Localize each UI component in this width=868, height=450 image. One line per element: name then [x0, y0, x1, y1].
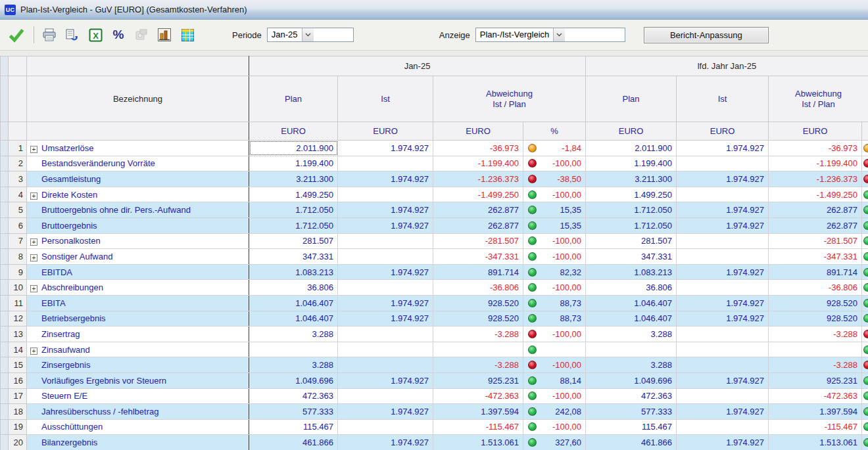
- abweichung-percent-cell[interactable]: 15,35: [523, 202, 586, 218]
- abweichung-percent-cell[interactable]: [523, 342, 586, 357]
- plan-ytd-value-cell[interactable]: 1.499.250: [586, 187, 677, 202]
- ist-ytd-value-cell[interactable]: [677, 419, 769, 435]
- row-margin[interactable]: [1, 217, 9, 233]
- abweichung-ytd-value-cell[interactable]: -1.199.400: [769, 156, 862, 171]
- column-header-abweichung[interactable]: Abweichung Ist / Plan: [433, 76, 586, 122]
- abweichung-ytd-value-cell[interactable]: 262.877: [769, 202, 862, 218]
- row-number[interactable]: 8: [9, 249, 27, 265]
- ist-ytd-value-cell[interactable]: [677, 249, 769, 265]
- export-transfer-icon[interactable]: [64, 26, 81, 43]
- plan-ytd-value-cell[interactable]: 281.507: [586, 233, 677, 249]
- abweichung-ytd-value-cell[interactable]: 1.397.594: [769, 404, 862, 420]
- abweichung-ytd-value-cell[interactable]: 1.513.061: [769, 435, 862, 450]
- abweichung-percent-cell[interactable]: 15,35: [523, 217, 586, 233]
- chart-view-icon[interactable]: [156, 26, 173, 43]
- plan-ytd-value-cell[interactable]: 1.199.400: [586, 156, 677, 171]
- plan-value-cell[interactable]: [249, 342, 338, 357]
- row-label-cell[interactable]: +EBITDA: [27, 264, 249, 280]
- ist-ytd-value-cell[interactable]: 1.974.927: [677, 295, 769, 311]
- bericht-anpassung-button[interactable]: Bericht-Anpassung: [644, 27, 769, 43]
- plan-value-cell[interactable]: 1.083.213: [249, 264, 338, 280]
- abweichung-value-cell[interactable]: -1.499.250: [433, 187, 523, 202]
- plan-ytd-value-cell[interactable]: 577.333: [586, 404, 677, 420]
- excel-export-icon[interactable]: X: [87, 26, 104, 43]
- abweichung-value-cell[interactable]: [433, 342, 523, 357]
- row-label-cell[interactable]: +Vorläufiges Ergebnis vor Steuern: [27, 372, 249, 388]
- ist-ytd-value-cell[interactable]: [677, 156, 769, 171]
- abweichung-percent-cell[interactable]: 88,73: [523, 295, 586, 311]
- plan-value-cell[interactable]: 3.211.300: [249, 171, 338, 187]
- row-margin[interactable]: [1, 280, 9, 296]
- ist-ytd-value-cell[interactable]: 1.974.927: [677, 141, 769, 156]
- ist-ytd-value-cell[interactable]: [677, 280, 769, 296]
- row-margin[interactable]: [1, 388, 9, 404]
- row-number[interactable]: 1: [9, 141, 27, 156]
- plan-ytd-value-cell[interactable]: 1.046.407: [586, 295, 677, 311]
- abweichung-value-cell[interactable]: 1.513.061: [433, 435, 523, 450]
- row-margin[interactable]: [1, 419, 9, 435]
- abweichung-ytd-value-cell[interactable]: -36.973: [769, 141, 862, 156]
- row-margin[interactable]: [1, 435, 9, 450]
- ist-value-cell[interactable]: 1.974.927: [338, 295, 433, 311]
- ist-value-cell[interactable]: [338, 249, 433, 265]
- plan-ytd-value-cell[interactable]: 2.011.900: [586, 141, 677, 156]
- plan-ytd-value-cell[interactable]: 3.211.300: [586, 171, 677, 187]
- ist-ytd-value-cell[interactable]: 1.974.927: [677, 404, 769, 420]
- ist-ytd-value-cell[interactable]: 1.974.927: [677, 372, 769, 388]
- row-margin[interactable]: [1, 187, 9, 202]
- chevron-down-icon[interactable]: [302, 28, 314, 41]
- plan-ytd-value-cell[interactable]: 472.363: [586, 388, 677, 404]
- plan-value-cell[interactable]: 1.046.407: [249, 295, 338, 311]
- abweichung-value-cell[interactable]: 925.231: [433, 372, 523, 388]
- row-margin[interactable]: [1, 202, 9, 218]
- row-number[interactable]: 17: [9, 388, 27, 404]
- row-label-cell[interactable]: +Umsatzerlöse: [27, 141, 249, 156]
- row-number[interactable]: 12: [9, 311, 27, 326]
- column-header-bezeichnung[interactable]: Bezeichnung: [27, 76, 249, 122]
- abweichung-value-cell[interactable]: 262.877: [433, 217, 523, 233]
- status-ytd-cell[interactable]: [862, 264, 868, 280]
- ist-ytd-value-cell[interactable]: [677, 357, 769, 373]
- abweichung-value-cell[interactable]: -281.507: [433, 233, 523, 249]
- expand-plus-icon[interactable]: +: [30, 146, 37, 153]
- row-label-cell[interactable]: +Zinsergebnis: [27, 357, 249, 373]
- row-number[interactable]: 15: [9, 357, 27, 373]
- ist-value-cell[interactable]: 1.974.927: [338, 264, 433, 280]
- status-ytd-cell[interactable]: [862, 187, 868, 202]
- ist-value-cell[interactable]: [338, 156, 433, 171]
- plan-ytd-value-cell[interactable]: 1.083.213: [586, 264, 677, 280]
- row-label-cell[interactable]: +Zinsaufwand: [27, 342, 249, 357]
- abweichung-percent-cell[interactable]: -100,00: [523, 280, 586, 296]
- status-ytd-cell[interactable]: [862, 202, 868, 218]
- plan-value-cell[interactable]: 3.288: [249, 326, 338, 342]
- ist-ytd-value-cell[interactable]: [677, 388, 769, 404]
- abweichung-percent-cell[interactable]: -100,00: [523, 326, 586, 342]
- abweichung-ytd-value-cell[interactable]: [769, 342, 862, 357]
- abweichung-value-cell[interactable]: -472.363: [433, 388, 523, 404]
- plan-ytd-value-cell[interactable]: 1.712.050: [586, 217, 677, 233]
- abweichung-value-cell[interactable]: 928.520: [433, 311, 523, 326]
- abweichung-value-cell[interactable]: 891.714: [433, 264, 523, 280]
- abweichung-percent-cell[interactable]: -38,50: [523, 171, 586, 187]
- plan-value-cell[interactable]: 1.712.050: [249, 217, 338, 233]
- expand-plus-icon[interactable]: +: [30, 348, 37, 355]
- status-ytd-cell[interactable]: [862, 249, 868, 265]
- status-ytd-cell[interactable]: [862, 156, 868, 171]
- grid-view-icon[interactable]: [179, 26, 196, 43]
- abweichung-value-cell[interactable]: 928.520: [433, 295, 523, 311]
- row-number[interactable]: 11: [9, 295, 27, 311]
- abweichung-ytd-value-cell[interactable]: 262.877: [769, 217, 862, 233]
- row-margin[interactable]: [1, 372, 9, 388]
- abweichung-ytd-value-cell[interactable]: 928.520: [769, 311, 862, 326]
- ist-ytd-value-cell[interactable]: 1.974.927: [677, 435, 769, 450]
- plan-ytd-value-cell[interactable]: 3.288: [586, 357, 677, 373]
- row-margin[interactable]: [1, 171, 9, 187]
- row-number[interactable]: 4: [9, 187, 27, 202]
- row-label-cell[interactable]: +Personalkosten: [27, 233, 249, 249]
- row-number[interactable]: 9: [9, 264, 27, 280]
- plan-value-cell[interactable]: 115.467: [249, 419, 338, 435]
- row-label-cell[interactable]: +Zinsertrag: [27, 326, 249, 342]
- abweichung-ytd-value-cell[interactable]: -3.288: [769, 357, 862, 373]
- plan-ytd-value-cell[interactable]: 3.288: [586, 326, 677, 342]
- row-label-cell[interactable]: +Ausschüttungen: [27, 419, 249, 435]
